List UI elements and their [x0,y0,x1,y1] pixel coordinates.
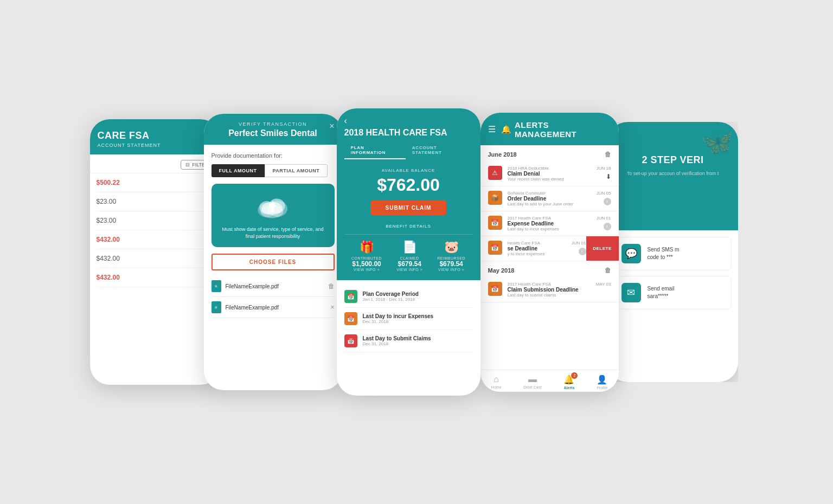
reimbursed-label: REIMBURSED [437,256,465,260]
expenses-date: Dec 31, 2018 [363,319,434,324]
claims-date: Dec 31, 2018 [363,341,431,346]
info-icon[interactable]: i [604,198,611,205]
balance-section: AVAILABLE BALANCE $762.00 SUBMIT CLAIM [337,159,480,224]
file-name-1: FileNameExample.pdf [226,283,324,289]
phone1-subtitle: ACCOUNT STATEMENT [98,143,213,148]
alert-sub: Last day to submit claims [508,293,591,298]
list-item[interactable]: $432.00 [97,268,214,287]
email-option[interactable]: ✉ Send emailsara***** [614,276,732,309]
list-item[interactable]: $500.22 [97,173,214,192]
home-label: Home [491,385,502,389]
email-icon: ✉ [621,283,641,302]
reimbursed-amount: $679.54 [437,260,465,268]
file-icon: ≡ [212,301,221,313]
choose-files-button[interactable]: CHOOSE FILES [212,254,335,270]
delete-icon[interactable]: 🗑 [328,282,335,290]
list-item[interactable]: $23.00 › [97,192,214,211]
view-info-contributed[interactable]: VIEW INFO > [351,268,382,272]
back-button[interactable]: ‹ [344,116,473,126]
alert-org: 2017 Health Care FSA [508,282,591,287]
nav-profile[interactable]: 👤 Profile [597,374,607,390]
balance-amount: $762.00 [345,175,472,195]
claimed-label: CLAIMED [396,256,422,260]
nav-debit-card[interactable]: ▬ Debit Card [523,374,541,390]
alerts-badge-container: 🔔 2 [563,374,574,385]
nav-alerts[interactable]: 🔔 2 Alerts [563,374,574,390]
alert-item: 📅 2017 Health Care FSA Claim Submission … [480,277,619,302]
view-info-reimbursed[interactable]: VIEW INFO > [437,268,465,272]
provide-text: Provide documentation for: [212,152,335,159]
phone5: 🦋 2 STEP VERI To set-up your accoun of v… [608,122,738,382]
list-item[interactable]: $23.00 › [97,211,214,230]
alert-date: MAY 03 [596,282,611,287]
alert-item: ⚠ 2018 HRA Deductible Claim Denial Your … [480,161,619,186]
list-item[interactable]: $432.00 [97,230,214,249]
view-info-claimed[interactable]: VIEW INFO > [396,268,422,272]
benefit-title: BENEFIT DETAILS [344,224,473,235]
phones-container: CARE FSA ACCOUNT STATEMENT ⊟ FILTER $500… [0,0,833,504]
bell-icon: 🔔 [501,125,512,134]
calendar-icon: 📅 [344,290,357,303]
account-list: $500.22 $23.00 › $23.00 › $432.00 $432.0 [90,173,220,287]
phone5-wrapper: 🦋 2 STEP VERI To set-up your accoun of v… [608,122,738,382]
alert-org: GoNavia Commuter [508,191,591,196]
alert-icon-red: ⚠ [488,166,502,180]
bottom-nav: ⌂ Home ▬ Debit Card 🔔 2 Alerts 👤 Profi [480,370,619,392]
merchant-name: Perfect Smiles Dental [212,128,335,138]
reimbursed-col: 🐷 REIMBURSED $679.54 VIEW INFO > [437,240,465,272]
phone2: VERIFY TRANSACTION Perfect Smiles Dental… [204,114,342,390]
phone1-wrapper: CARE FSA ACCOUNT STATEMENT ⊟ FILTER $500… [90,119,220,385]
file-item-2: ≡ FileNameExample.pdf × [212,297,335,318]
calendar-icon: 📅 [344,312,357,325]
alerts-nav-label: Alerts [563,386,574,390]
phone3: ‹ 2018 HEALTH CARE FSA PLAN INFORMATION … [337,108,480,396]
info-icon[interactable]: i [579,248,586,255]
filter-icon: ⊟ [185,162,190,167]
phone1-header: CARE FSA ACCOUNT STATEMENT [90,119,220,154]
delete-month-icon[interactable]: 🗑 [605,267,611,274]
debit-card-label: Debit Card [523,385,541,389]
plan-details: 📅 Plan Coverage Period Jan 1, 2018 - Dec… [337,280,480,358]
phone4-header: ☰ 🔔 ALERTS MANAGEMENT [480,113,619,145]
alert-sub: y to incur expenses [508,251,566,256]
account-statement-tab[interactable]: ACCOUNT STATEMENT [406,142,473,159]
phone2-wrapper: VERIFY TRANSACTION Perfect Smiles Dental… [204,114,342,390]
full-amount-tab[interactable]: FULL AMOUNT [212,164,265,177]
download-icon[interactable]: ⬇ [606,173,611,180]
plan-information-tab[interactable]: PLAN INFORMATION [344,142,406,159]
contributed-amount: $1,500.00 [351,260,382,268]
amount-value: $432.00 [97,274,120,281]
alert-title: Claim Denial [508,171,591,177]
close-icon[interactable]: × [329,121,334,131]
alert-sub: Last day to add to your June order [508,202,591,206]
alert-sub: Your recent claim was denied [508,177,591,182]
profile-label: Profile [597,386,607,390]
close-icon[interactable]: × [330,303,334,311]
profile-icon: 👤 [597,374,607,385]
info-icon[interactable]: i [604,223,611,230]
partial-amount-tab[interactable]: PARTIAL AMOUNT [265,164,328,177]
contributed-label: CONTRIBUTED [351,256,382,260]
menu-icon[interactable]: ☰ [488,124,496,134]
piggy-icon: 🐷 [437,240,465,254]
benefit-section: BENEFIT DETAILS 🎁 CONTRIBUTED $1,500.00 … [337,224,480,280]
nav-home[interactable]: ⌂ Home [491,374,502,390]
plan-coverage-item: 📅 Plan Coverage Period Jan 1, 2018 - Dec… [344,286,473,308]
amount-value: $23.00 [97,198,117,205]
phone1-title: CARE FSA [98,130,213,141]
delete-button[interactable]: DELETE [586,236,619,261]
email-label: Send emailsara***** [648,285,675,300]
submit-claim-button[interactable]: SUBMIT CLAIM [370,201,447,215]
last-day-claims-item: 📅 Last Day to Submit Claims Dec 31, 2018 [344,330,473,352]
sms-label: Send SMS mcode to *** [648,246,680,261]
fsa-title: 2018 HEALTH CARE FSA [344,128,473,138]
phone4: ☰ 🔔 ALERTS MANAGEMENT June 2018 🗑 ⚠ 2018… [480,113,619,392]
sms-option[interactable]: 💬 Send SMS mcode to *** [614,237,732,270]
alert-date: JUN 01 [572,241,586,245]
alert-title: se Deadline [508,245,566,251]
document-icon: 📄 [396,240,422,254]
delete-month-icon[interactable]: 🗑 [605,151,611,158]
phone3-wrapper: ‹ 2018 HEALTH CARE FSA PLAN INFORMATION … [337,108,480,396]
list-item[interactable]: $432.00 › [97,249,214,268]
alert-item: 📅 2017 Health Care FSA Expense Deadline … [480,211,619,236]
